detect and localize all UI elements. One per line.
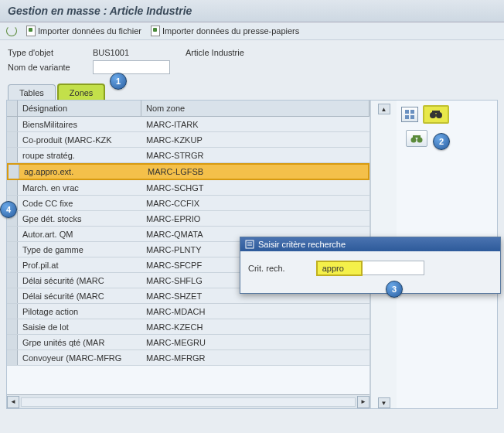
import-clipboard-button[interactable]: Importer données du presse-papiers [151, 26, 299, 36]
object-type-value: BUS1001 [93, 48, 170, 57]
tab-tables[interactable]: Tables [8, 84, 56, 100]
import-file-button[interactable]: Importer données du fichier [26, 26, 141, 36]
cell-zone: MARC-MDACH [141, 305, 369, 318]
form: Type d'objet BUS1001 Article Industrie N… [0, 40, 504, 79]
row-selector[interactable] [7, 257, 18, 272]
table-row[interactable]: BiensMilitairesMARC-ITARK [7, 117, 369, 132]
row-selector[interactable] [7, 288, 18, 303]
cell-designation: Délai sécurité (MARC [18, 290, 141, 302]
cell-designation: Type de gamme [18, 244, 141, 256]
row-selector[interactable] [9, 165, 19, 179]
cell-designation: Gpe dét. stocks [18, 213, 141, 225]
clipboard-icon [151, 26, 160, 36]
criteria-input[interactable]: appro [316, 261, 363, 276]
cell-designation: Co-produit (MARC-KZK [18, 134, 141, 146]
row-selector[interactable] [7, 132, 18, 147]
table-row[interactable]: Grpe unités qté (MARMARC-MEGRU [7, 335, 369, 350]
table-row[interactable]: Co-produit (MARC-KZKMARC-KZKUP [7, 132, 369, 148]
table-row[interactable]: ag.appro.ext.MARC-LGFSB [7, 163, 369, 180]
search-button[interactable] [423, 105, 449, 124]
callout-1: 1 [110, 73, 127, 90]
cell-designation: March. en vrac [18, 182, 141, 194]
col-designation[interactable]: Désignation [18, 101, 141, 116]
h-scrollbar[interactable]: ◄ ► [7, 394, 369, 408]
cell-zone: MARC-STRGR [141, 149, 369, 162]
svg-rect-10 [246, 240, 254, 248]
cell-zone: MARC-KZECH [141, 321, 369, 333]
svg-point-5 [436, 112, 442, 118]
callout-2: 2 [433, 133, 450, 150]
row-selector[interactable] [7, 319, 18, 334]
cell-designation: Code CC fixe [18, 197, 141, 210]
svg-point-8 [417, 137, 423, 142]
row-selector[interactable] [7, 304, 18, 319]
document-icon [26, 26, 36, 36]
callout-3: 3 [386, 281, 403, 298]
svg-rect-0 [405, 110, 409, 114]
col-select[interactable] [7, 101, 18, 116]
import-file-label: Importer données du fichier [38, 26, 141, 36]
cell-zone: MARC-LGFSB [143, 165, 368, 178]
row-selector[interactable] [7, 242, 18, 257]
cell-designation: Prof.pil.at [18, 259, 141, 271]
svg-rect-2 [405, 115, 409, 119]
cell-zone: MARC-EPRIO [141, 213, 369, 225]
scroll-right-icon[interactable]: ► [357, 396, 369, 408]
table-row[interactable]: Pilotage actionMARC-MDACH [7, 304, 369, 319]
variant-input[interactable] [93, 60, 170, 74]
cell-zone: MARC-CCFIX [141, 197, 369, 210]
criteria-input-extra[interactable] [363, 261, 424, 275]
grid-icon [405, 110, 414, 119]
scroll-up-icon[interactable]: ▲ [378, 104, 390, 114]
table-row[interactable]: Convoyeur (MARC-MFRGMARC-MFRGR [7, 350, 369, 366]
table-row[interactable]: Gpe dét. stocksMARC-EPRIO [7, 211, 369, 227]
svg-point-4 [430, 112, 436, 118]
row-selector[interactable] [7, 227, 18, 241]
svg-rect-3 [410, 115, 414, 119]
table-row[interactable]: roupe stratég.MARC-STRGR [7, 148, 369, 163]
table-row[interactable]: Saisie de lotMARC-KZECH [7, 319, 369, 335]
object-type-desc: Article Industrie [186, 48, 244, 57]
grid-view-button[interactable] [401, 107, 418, 122]
binoculars-icon [429, 110, 443, 119]
binoculars-icon [410, 135, 423, 143]
cell-designation: ag.appro.ext. [19, 165, 143, 178]
tabs: Tables Zones 1 [8, 84, 504, 100]
table-row[interactable]: Code CC fixeMARC-CCFIX [7, 196, 369, 211]
search-next-button[interactable] [406, 130, 427, 147]
scroll-left-icon[interactable]: ◄ [7, 396, 19, 408]
scroll-down-icon[interactable]: ▼ [378, 397, 390, 408]
row-selector[interactable] [7, 335, 18, 349]
cell-designation: roupe stratég. [18, 149, 141, 162]
row-selector[interactable] [7, 273, 18, 288]
cell-zone: MARC-SCHGT [141, 182, 369, 194]
object-type-label: Type d'objet [8, 48, 93, 57]
cell-designation: Grpe unités qté (MAR [18, 336, 141, 349]
cell-designation: Autor.art. QM [18, 228, 141, 240]
cell-designation: Saisie de lot [18, 321, 141, 333]
refresh-icon [6, 26, 17, 36]
variant-label: Nom de variante [8, 63, 93, 72]
tab-zones[interactable]: Zones [57, 84, 106, 100]
import-clipboard-label: Importer données du presse-papiers [162, 26, 299, 36]
dialog-title-bar: Saisir critère recherche [240, 237, 500, 251]
cell-zone: MARC-MFRGR [141, 352, 369, 364]
criteria-label: Crit. rech. [248, 264, 285, 273]
cell-designation: Délai sécurité (MARC [18, 274, 141, 287]
svg-point-7 [411, 137, 417, 142]
cell-zone: MARC-KZKUP [141, 134, 369, 146]
svg-rect-1 [410, 110, 414, 114]
row-selector[interactable] [7, 350, 18, 365]
row-selector[interactable] [7, 148, 18, 162]
refresh-button[interactable] [6, 26, 17, 36]
table-row[interactable]: March. en vracMARC-SCHGT [7, 180, 369, 196]
col-zone[interactable]: Nom zone [141, 101, 369, 116]
cell-zone: MARC-ITARK [141, 118, 369, 131]
callout-4: 4 [0, 201, 17, 218]
cell-designation: BiensMilitaires [18, 118, 141, 131]
row-selector[interactable] [7, 117, 18, 131]
window-title: Gestion en masse : Article Industrie [0, 0, 504, 22]
row-selector[interactable] [7, 180, 18, 195]
dialog-title: Saisir critère recherche [258, 240, 346, 249]
svg-rect-6 [432, 111, 440, 113]
